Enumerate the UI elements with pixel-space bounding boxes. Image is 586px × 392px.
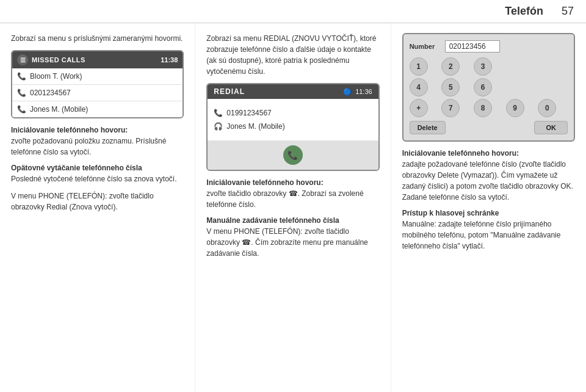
- col2-description: Zobrazí sa menu REDIAL (ZNOVU VYTOČIŤ), …: [206, 33, 379, 77]
- bluetooth-icon: 🔵: [343, 88, 352, 96]
- missed-calls-header-left: ☰ MISSED CALLS: [17, 54, 85, 65]
- numpad-btn-2[interactable]: 2: [441, 57, 460, 76]
- numpad-value: 020123456: [445, 40, 500, 53]
- col1-note3: V menu PHONE (TELEFÓN): zvoľte tlačidlo …: [11, 191, 184, 212]
- col3-note1: zadajte požadované telefónne číslo (zvoľ…: [402, 159, 575, 203]
- col2-note1: zvoľte tlačidlo obrazovky ☎. Zobrazí sa …: [206, 188, 379, 210]
- call-icon-3: 📞: [17, 105, 26, 114]
- missed-call-name-3: Jones M. (Mobile): [30, 105, 88, 114]
- numpad-grid: 1 2 3 4 5 6 + 7 8 9 0: [410, 57, 568, 117]
- missed-calls-menu-icon: ☰: [17, 54, 28, 65]
- numpad-btn-empty-4: [538, 78, 556, 96]
- col1-note1: zvoľte požadovanú položku zoznamu. Prísl…: [11, 136, 184, 158]
- redial-header-right: 🔵 11:36: [343, 88, 372, 96]
- missed-call-item-1[interactable]: 📞 Bloom T. (Work): [12, 68, 183, 85]
- numpad-btn-plus[interactable]: +: [410, 99, 428, 117]
- redial-name-1: 01991234567: [226, 109, 271, 117]
- col1-description: Zobrazí sa menu s príslušnými zameranými…: [11, 33, 184, 44]
- missed-calls-mockup: ☰ MISSED CALLS 11:38 📞 Bloom T. (Work) 📞…: [11, 50, 184, 118]
- redial-title: REDIAL: [214, 87, 245, 96]
- col-numpad: Number 020123456 1 2 3 4 5 6 + 7 8 9 0: [391, 23, 586, 392]
- numpad-btn-4[interactable]: 4: [410, 78, 428, 96]
- numpad-actions: Delete OK: [410, 121, 568, 134]
- redial-bottom: 📞: [208, 140, 378, 170]
- numpad-btn-7[interactable]: 7: [441, 99, 460, 117]
- numpad-btn-empty-2: [538, 57, 556, 76]
- page-number: 57: [562, 5, 574, 18]
- redial-item-1[interactable]: 📞 01991234567: [214, 106, 372, 120]
- missed-call-item-3[interactable]: 📞 Jones M. (Mobile): [12, 101, 183, 117]
- redial-item-2[interactable]: 🎧 Jones M. (Mobile): [214, 120, 372, 133]
- numpad-delete-button[interactable]: Delete: [410, 121, 446, 134]
- redial-call-button[interactable]: 📞: [283, 145, 303, 165]
- col3-note2: Manuálne: zadajte telefónne číslo prijím…: [402, 219, 575, 252]
- redial-name-2: Jones M. (Mobile): [226, 122, 284, 131]
- col3-note1-bold: Iniciálovanie telefónneho hovoru:: [402, 149, 575, 158]
- col1-note2: Posledné vytočené telefónne číslo sa zno…: [11, 173, 184, 184]
- missed-calls-time: 11:38: [161, 56, 178, 64]
- page-title: Telefón: [505, 5, 543, 18]
- col-missed-calls: Zobrazí sa menu s príslušnými zameranými…: [0, 23, 195, 392]
- numpad-btn-0[interactable]: 0: [538, 99, 556, 117]
- page-header: Telefón 57: [0, 0, 586, 23]
- col1-note1-bold: Iniciálovanie telefónneho hovoru:: [11, 126, 184, 134]
- redial-body: 📞 01991234567 🎧 Jones M. (Mobile): [208, 99, 378, 140]
- col2-note2: V menu PHONE (TELEFÓN): zvoľte tlačidlo …: [206, 226, 379, 259]
- numpad-mockup: Number 020123456 1 2 3 4 5 6 + 7 8 9 0: [402, 33, 575, 142]
- missed-calls-title: MISSED CALLS: [32, 56, 85, 64]
- missed-call-item-2[interactable]: 📞 0201234567: [12, 85, 183, 101]
- redial-mockup: REDIAL 🔵 11:36 📞 01991234567 🎧 Jones M. …: [206, 83, 379, 171]
- numpad-btn-empty-1: [506, 57, 524, 76]
- call-icon-2: 📞: [17, 89, 26, 97]
- missed-call-name-2: 0201234567: [30, 89, 71, 97]
- numpad-btn-empty-3: [506, 78, 524, 96]
- numpad-ok-button[interactable]: OK: [534, 121, 568, 134]
- redial-headset-icon: 🎧: [214, 122, 223, 131]
- col1-note2-bold: Opätovné vytáčanie telefónneho čísla: [11, 164, 184, 172]
- numpad-btn-1[interactable]: 1: [410, 57, 428, 76]
- col-redial: Zobrazí sa menu REDIAL (ZNOVU VYTOČIŤ), …: [195, 23, 391, 392]
- call-icon-1: 📞: [17, 72, 26, 81]
- numpad-number-row: Number 020123456: [410, 40, 568, 53]
- redial-header: REDIAL 🔵 11:36: [208, 84, 378, 99]
- numpad-btn-3[interactable]: 3: [474, 57, 492, 76]
- numpad-label: Number: [410, 43, 440, 50]
- missed-calls-header: ☰ MISSED CALLS 11:38: [12, 51, 183, 68]
- col2-note2-bold: Manuálne zadávanie telefónneho čísla: [206, 216, 379, 225]
- redial-time: 11:36: [355, 88, 372, 95]
- numpad-btn-6[interactable]: 6: [474, 78, 492, 96]
- col2-note1-bold: Iniciálovanie telefónneho hovoru:: [206, 178, 379, 187]
- numpad-btn-9[interactable]: 9: [506, 99, 524, 117]
- main-content: Zobrazí sa menu s príslušnými zameranými…: [0, 23, 586, 392]
- col3-note2-bold: Prístup k hlasovej schránke: [402, 209, 575, 217]
- missed-calls-list: 📞 Bloom T. (Work) 📞 0201234567 📞 Jones M…: [12, 68, 183, 117]
- missed-call-name-1: Bloom T. (Work): [30, 72, 82, 81]
- numpad-btn-8[interactable]: 8: [474, 99, 492, 117]
- numpad-btn-5[interactable]: 5: [441, 78, 460, 96]
- redial-call-icon-1: 📞: [214, 109, 223, 117]
